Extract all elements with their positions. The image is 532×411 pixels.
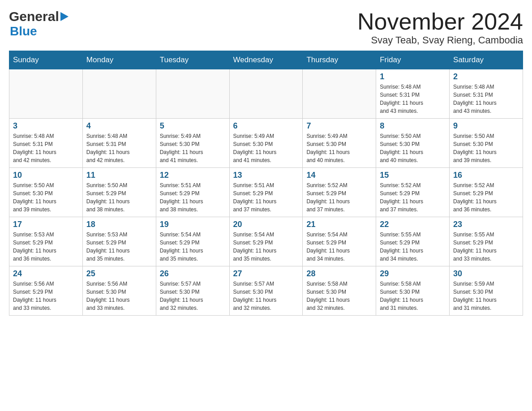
day-number: 14	[306, 171, 372, 180]
col-wednesday: Wednesday	[229, 51, 303, 69]
page-title: November 2024	[357, 9, 523, 34]
table-row: 5Sunrise: 5:49 AM Sunset: 5:30 PM Daylig…	[156, 119, 229, 168]
day-number: 9	[453, 121, 519, 131]
col-friday: Friday	[376, 51, 450, 69]
table-row: 29Sunrise: 5:58 AM Sunset: 5:30 PM Dayli…	[376, 266, 450, 316]
day-info: Sunrise: 5:52 AM Sunset: 5:29 PM Dayligh…	[306, 181, 372, 214]
calendar-week-row: 17Sunrise: 5:53 AM Sunset: 5:29 PM Dayli…	[9, 217, 523, 266]
day-number: 26	[160, 269, 226, 278]
page-header: General Blue November 2024 Svay Teab, Sv…	[9, 9, 523, 46]
svg-marker-0	[60, 12, 69, 21]
day-number: 22	[380, 220, 446, 229]
day-info: Sunrise: 5:50 AM Sunset: 5:30 PM Dayligh…	[380, 132, 446, 164]
table-row: 2Sunrise: 5:48 AM Sunset: 5:31 PM Daylig…	[450, 69, 523, 119]
title-block: November 2024 Svay Teab, Svay Rieng, Cam…	[357, 9, 523, 46]
day-info: Sunrise: 5:52 AM Sunset: 5:29 PM Dayligh…	[380, 181, 446, 214]
day-info: Sunrise: 5:49 AM Sunset: 5:30 PM Dayligh…	[160, 132, 226, 164]
calendar-week-row: 24Sunrise: 5:56 AM Sunset: 5:29 PM Dayli…	[9, 266, 523, 316]
col-saturday: Saturday	[450, 51, 523, 69]
table-row: 15Sunrise: 5:52 AM Sunset: 5:29 PM Dayli…	[376, 168, 450, 217]
day-number: 10	[13, 171, 79, 180]
day-number: 21	[306, 220, 372, 229]
day-info: Sunrise: 5:48 AM Sunset: 5:31 PM Dayligh…	[13, 132, 79, 164]
day-number: 27	[233, 269, 299, 278]
day-number: 7	[306, 121, 372, 131]
day-number: 23	[453, 220, 519, 229]
day-info: Sunrise: 5:49 AM Sunset: 5:30 PM Dayligh…	[233, 132, 299, 164]
table-row: 22Sunrise: 5:55 AM Sunset: 5:29 PM Dayli…	[376, 217, 450, 266]
day-number: 2	[453, 72, 519, 81]
logo-blue-text: Blue	[10, 24, 37, 38]
day-number: 11	[86, 171, 152, 180]
calendar-week-row: 1Sunrise: 5:48 AM Sunset: 5:31 PM Daylig…	[9, 69, 523, 119]
day-number: 1	[380, 72, 446, 81]
day-info: Sunrise: 5:57 AM Sunset: 5:30 PM Dayligh…	[233, 280, 299, 312]
table-row: 11Sunrise: 5:50 AM Sunset: 5:29 PM Dayli…	[82, 168, 156, 217]
table-row: 27Sunrise: 5:57 AM Sunset: 5:30 PM Dayli…	[229, 266, 303, 316]
day-info: Sunrise: 5:54 AM Sunset: 5:29 PM Dayligh…	[233, 231, 299, 263]
table-row: 7Sunrise: 5:49 AM Sunset: 5:30 PM Daylig…	[303, 119, 376, 168]
table-row: 19Sunrise: 5:54 AM Sunset: 5:29 PM Dayli…	[156, 217, 229, 266]
col-thursday: Thursday	[303, 51, 376, 69]
day-number: 25	[86, 269, 152, 278]
logo-general-text: General	[9, 9, 59, 24]
table-row: 23Sunrise: 5:55 AM Sunset: 5:29 PM Dayli…	[450, 217, 523, 266]
day-number: 4	[86, 121, 152, 131]
calendar-week-row: 3Sunrise: 5:48 AM Sunset: 5:31 PM Daylig…	[9, 119, 523, 168]
day-info: Sunrise: 5:50 AM Sunset: 5:29 PM Dayligh…	[86, 181, 152, 214]
table-row	[229, 69, 303, 119]
table-row: 13Sunrise: 5:51 AM Sunset: 5:29 PM Dayli…	[229, 168, 303, 217]
table-row: 25Sunrise: 5:56 AM Sunset: 5:30 PM Dayli…	[82, 266, 156, 316]
day-info: Sunrise: 5:48 AM Sunset: 5:31 PM Dayligh…	[86, 132, 152, 164]
day-info: Sunrise: 5:53 AM Sunset: 5:29 PM Dayligh…	[13, 231, 79, 263]
table-row: 4Sunrise: 5:48 AM Sunset: 5:31 PM Daylig…	[82, 119, 156, 168]
day-info: Sunrise: 5:50 AM Sunset: 5:30 PM Dayligh…	[13, 181, 79, 214]
table-row: 14Sunrise: 5:52 AM Sunset: 5:29 PM Dayli…	[303, 168, 376, 217]
table-row: 28Sunrise: 5:58 AM Sunset: 5:30 PM Dayli…	[303, 266, 376, 316]
table-row: 24Sunrise: 5:56 AM Sunset: 5:29 PM Dayli…	[9, 266, 83, 316]
day-number: 24	[13, 269, 79, 278]
day-number: 8	[380, 121, 446, 131]
table-row: 26Sunrise: 5:57 AM Sunset: 5:30 PM Dayli…	[156, 266, 229, 316]
table-row: 6Sunrise: 5:49 AM Sunset: 5:30 PM Daylig…	[229, 119, 303, 168]
day-info: Sunrise: 5:54 AM Sunset: 5:29 PM Dayligh…	[306, 231, 372, 263]
day-info: Sunrise: 5:49 AM Sunset: 5:30 PM Dayligh…	[306, 132, 372, 164]
table-row: 3Sunrise: 5:48 AM Sunset: 5:31 PM Daylig…	[9, 119, 83, 168]
day-info: Sunrise: 5:57 AM Sunset: 5:30 PM Dayligh…	[160, 280, 226, 312]
table-row: 1Sunrise: 5:48 AM Sunset: 5:31 PM Daylig…	[376, 69, 450, 119]
table-row: 21Sunrise: 5:54 AM Sunset: 5:29 PM Dayli…	[303, 217, 376, 266]
day-number: 28	[306, 269, 372, 278]
col-sunday: Sunday	[9, 51, 83, 69]
table-row	[82, 69, 156, 119]
table-row: 8Sunrise: 5:50 AM Sunset: 5:30 PM Daylig…	[376, 119, 450, 168]
day-number: 6	[233, 121, 299, 131]
table-row: 17Sunrise: 5:53 AM Sunset: 5:29 PM Dayli…	[9, 217, 83, 266]
day-info: Sunrise: 5:53 AM Sunset: 5:29 PM Dayligh…	[86, 231, 152, 263]
table-row: 20Sunrise: 5:54 AM Sunset: 5:29 PM Dayli…	[229, 217, 303, 266]
day-number: 20	[233, 220, 299, 229]
table-row	[156, 69, 229, 119]
day-number: 15	[380, 171, 446, 180]
day-info: Sunrise: 5:55 AM Sunset: 5:29 PM Dayligh…	[380, 231, 446, 263]
day-info: Sunrise: 5:52 AM Sunset: 5:29 PM Dayligh…	[453, 181, 519, 214]
day-info: Sunrise: 5:56 AM Sunset: 5:29 PM Dayligh…	[13, 280, 79, 312]
day-number: 3	[13, 121, 79, 131]
col-tuesday: Tuesday	[156, 51, 229, 69]
day-number: 13	[233, 171, 299, 180]
table-row: 16Sunrise: 5:52 AM Sunset: 5:29 PM Dayli…	[450, 168, 523, 217]
day-number: 5	[160, 121, 226, 131]
day-number: 29	[380, 269, 446, 278]
day-number: 19	[160, 220, 226, 229]
logo: General Blue	[9, 9, 69, 39]
day-info: Sunrise: 5:54 AM Sunset: 5:29 PM Dayligh…	[160, 231, 226, 263]
table-row: 10Sunrise: 5:50 AM Sunset: 5:30 PM Dayli…	[9, 168, 83, 217]
day-number: 30	[453, 269, 519, 278]
day-info: Sunrise: 5:58 AM Sunset: 5:30 PM Dayligh…	[306, 280, 372, 312]
calendar-table: Sunday Monday Tuesday Wednesday Thursday…	[9, 51, 523, 316]
calendar-header-row: Sunday Monday Tuesday Wednesday Thursday…	[9, 51, 523, 69]
day-info: Sunrise: 5:48 AM Sunset: 5:31 PM Dayligh…	[453, 83, 519, 115]
calendar-week-row: 10Sunrise: 5:50 AM Sunset: 5:30 PM Dayli…	[9, 168, 523, 217]
day-info: Sunrise: 5:48 AM Sunset: 5:31 PM Dayligh…	[380, 83, 446, 115]
day-number: 17	[13, 220, 79, 229]
day-info: Sunrise: 5:58 AM Sunset: 5:30 PM Dayligh…	[380, 280, 446, 312]
